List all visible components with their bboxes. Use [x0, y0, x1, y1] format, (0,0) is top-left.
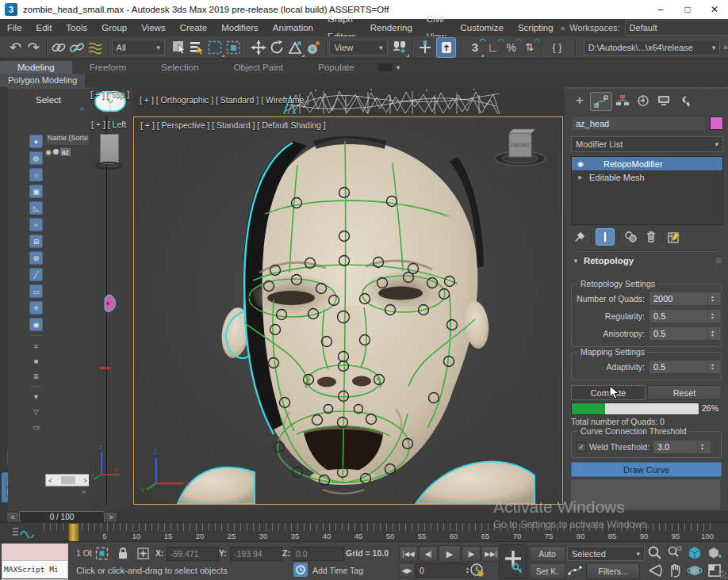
viewport-persp-label[interactable]: [ + ] [ Perspective ] [ Standard ] [ Def…: [140, 120, 326, 130]
key-filter-selected-dropdown[interactable]: Selected▾: [567, 546, 645, 561]
display-detail-icon[interactable]: ≣: [30, 370, 42, 382]
visibility-eye-icon[interactable]: ◉: [45, 148, 52, 156]
explorer-column-header[interactable]: Name (Sorte: [45, 133, 92, 146]
auto-key-button[interactable]: Auto: [529, 546, 565, 562]
menu-views[interactable]: Views: [134, 19, 172, 36]
reset-button[interactable]: Reset: [647, 385, 722, 400]
play-button[interactable]: ▶: [439, 545, 461, 563]
z-coord-field[interactable]: 0.0: [292, 547, 344, 561]
tab-modify[interactable]: [590, 92, 612, 111]
menu-customize[interactable]: Customize: [454, 19, 511, 36]
select-and-manipulate-icon[interactable]: [416, 38, 435, 57]
keyboard-shortcut-override-toggle[interactable]: [436, 37, 456, 58]
tab-display[interactable]: [653, 92, 674, 109]
explorer-bottom-overflow-icon[interactable]: »: [82, 488, 86, 496]
tab-hierarchy[interactable]: [612, 92, 633, 109]
set-key-button[interactable]: Set K.: [529, 563, 565, 579]
display-list-icon[interactable]: ≡: [30, 340, 42, 352]
ribbon-tab-selection[interactable]: Selection: [144, 61, 216, 74]
x-coord-field[interactable]: -59.471: [167, 547, 219, 561]
edit-named-selection-sets-icon[interactable]: { }: [546, 38, 569, 57]
go-to-start-button[interactable]: |◀◀: [399, 546, 418, 562]
container-tools-icon[interactable]: ▭: [30, 421, 42, 433]
spinner-control[interactable]: ▴▾: [707, 327, 717, 340]
absolute-offset-mode-icon[interactable]: [136, 547, 150, 563]
weld-field[interactable]: 3.0▴▾: [653, 440, 711, 454]
angle-snap-toggle-icon[interactable]: ∟◠: [484, 38, 502, 57]
pin-stack-icon[interactable]: [573, 230, 587, 244]
key-filters-icon[interactable]: [567, 563, 583, 580]
select-and-move-icon[interactable]: [250, 38, 268, 57]
menu-edit[interactable]: Edit: [29, 19, 59, 36]
mini-curve-editor-icon[interactable]: [11, 526, 35, 541]
viewport-top[interactable]: [ + ] [ Top ]: [89, 87, 132, 115]
modifier-list-dropdown[interactable]: Modifier List▾: [571, 136, 723, 152]
spinner-control[interactable]: ▴▾: [697, 441, 707, 453]
filter-cameras-icon[interactable]: ▣: [29, 185, 43, 198]
spinner-snap-toggle-icon[interactable]: ⇅◠: [520, 38, 538, 57]
display-thumb-icon[interactable]: ■: [30, 355, 42, 367]
tab-utilities[interactable]: [674, 92, 695, 109]
ribbon-tab-object-paint[interactable]: Object Paint: [216, 61, 301, 74]
redo-button[interactable]: ↷: [25, 38, 43, 57]
quads-field[interactable]: 2000▴▾: [649, 292, 722, 306]
filter-containers-icon[interactable]: ▭: [29, 284, 43, 298]
zoom-icon[interactable]: [647, 545, 663, 564]
bind-to-space-warp-icon[interactable]: [86, 38, 105, 57]
spinner-control[interactable]: ▴▾: [707, 310, 717, 322]
menu-overflow-icon[interactable]: »: [561, 24, 565, 32]
add-time-tag-icon[interactable]: [293, 563, 308, 577]
configure-modifier-sets-icon[interactable]: [667, 230, 683, 244]
window-crossing-icon[interactable]: [224, 38, 243, 57]
select-object-icon[interactable]: [170, 38, 188, 57]
percent-snap-toggle-icon[interactable]: %◠: [502, 38, 520, 57]
reference-coordinate-system-dropdown[interactable]: View▾: [329, 40, 387, 55]
snap-toggle-3d-icon[interactable]: 3◠: [466, 38, 484, 57]
viewport-left[interactable]: Z X Y [ + ] [ Left: [89, 116, 132, 505]
filter-hidden-icon[interactable]: ◉: [29, 318, 43, 331]
filter-selection-icon[interactable]: ▽: [30, 406, 42, 418]
viewport-perspective[interactable]: Z X Y [ + ] [ Perspective ] [ Standard ]…: [133, 116, 563, 505]
filters-button[interactable]: Filters...: [586, 563, 640, 579]
frame-forward-button[interactable]: >: [105, 512, 117, 523]
viewport-left-label[interactable]: [ + ] [ Left: [91, 120, 126, 129]
show-end-result-button[interactable]: [596, 228, 615, 246]
time-configuration-icon[interactable]: [469, 563, 485, 580]
menu-group[interactable]: Group: [94, 19, 134, 36]
orbit-icon[interactable]: [687, 563, 703, 580]
window-resize-grip[interactable]: [718, 570, 726, 578]
select-and-scale-icon[interactable]: [286, 38, 305, 57]
frame-indicator[interactable]: 0 / 100: [19, 511, 105, 523]
select-and-rotate-icon[interactable]: [268, 38, 286, 57]
maxscript-pink-pane[interactable]: [2, 544, 67, 561]
menu-modifiers[interactable]: Modifiers: [214, 19, 266, 36]
ribbon-tab-modeling[interactable]: Modeling: [0, 61, 72, 74]
filter-lights-icon[interactable]: ☼: [29, 168, 43, 181]
explorer-h-scrollbar[interactable]: < >: [45, 474, 90, 487]
current-frame-field[interactable]: 0▴▾: [416, 563, 473, 578]
filter-shapes-icon[interactable]: ◍: [29, 151, 43, 165]
key-mode-toggle[interactable]: ◀▶: [399, 563, 415, 578]
draw-curve-button[interactable]: Draw Curve: [571, 462, 722, 477]
weld-threshold-checkbox[interactable]: ✓: [577, 442, 586, 452]
spinner-control[interactable]: ▴▾: [707, 361, 717, 373]
ribbon-tab-freeform[interactable]: Freeform: [72, 61, 144, 74]
filter-groups-icon[interactable]: ⊞: [29, 235, 43, 248]
menu-file[interactable]: File: [0, 19, 29, 36]
tab-create[interactable]: +: [569, 92, 590, 109]
panel-tab-polygon-modeling[interactable]: Polygon Modeling: [0, 74, 85, 87]
menu-animation[interactable]: Animation: [266, 19, 320, 36]
modifier-visibility-eye-icon[interactable]: ◉: [572, 160, 589, 168]
zoom-extents-all-icon[interactable]: [707, 545, 722, 564]
field-of-view-icon[interactable]: [647, 563, 663, 580]
stack-item-editable-mesh[interactable]: ▶ Editable Mesh: [572, 170, 722, 184]
viewport-orthographic[interactable]: [ + ] [ Orthographic ] [ Standard ] [ Wi…: [133, 87, 563, 115]
regularity-field[interactable]: 0.5▴▾: [649, 309, 722, 323]
timeline-ruler[interactable]: 5 10 15 20 25 30 35 40 45 50 55 60 65 70…: [0, 522, 728, 542]
object-name-field[interactable]: az_head: [571, 116, 706, 131]
time-slider[interactable]: [68, 523, 79, 543]
viewcube[interactable]: FRONT: [492, 124, 548, 170]
y-coord-field[interactable]: -193.94: [230, 547, 282, 561]
tab-motion[interactable]: [633, 92, 653, 109]
filter-config-icon[interactable]: ▼: [30, 391, 42, 403]
